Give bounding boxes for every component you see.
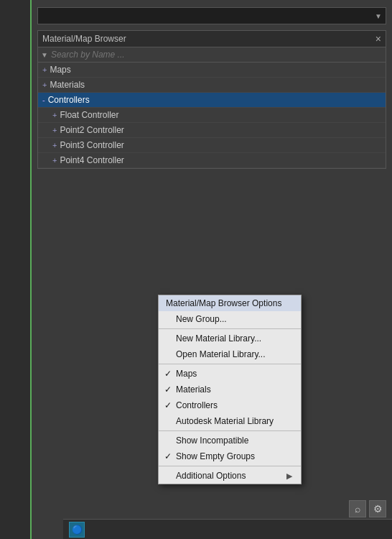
tree-label-point2-controller: Point2 Controller <box>60 125 123 135</box>
bottom-bar: ⌕ ⚙ <box>349 500 386 517</box>
ctx-item-open-material-library[interactable]: Open Material Library... <box>159 346 301 362</box>
tree-label-point3-controller: Point3 Controller <box>60 140 123 150</box>
ctx-item-materials[interactable]: ✓Materials <box>159 382 301 397</box>
ctx-label-autodesk-material-library: Autodesk Material Library <box>176 416 274 426</box>
ctx-item-maps[interactable]: ✓Maps <box>159 366 301 382</box>
ctx-label-new-group: New Group... <box>176 314 227 324</box>
ctx-arrow-additional-options: ▶ <box>286 471 292 481</box>
search-triangle-icon: ▼ <box>41 51 48 59</box>
browser-title: Material/Map Browser <box>42 34 126 44</box>
tree-item-float-controller[interactable]: + Float Controller <box>38 108 386 123</box>
tree-item-maps[interactable]: + Maps <box>38 63 386 78</box>
tree-prefix-float-controller: + <box>52 111 57 119</box>
ctx-item-browser-options[interactable]: Material/Map Browser Options <box>159 295 301 311</box>
ctx-item-controllers[interactable]: ✓Controllers <box>159 397 301 413</box>
tree-item-point2-controller[interactable]: + Point2 Controller <box>38 123 386 138</box>
tree-label-float-controller: Float Controller <box>60 110 118 120</box>
ctx-item-new-group[interactable]: New Group... <box>159 311 301 327</box>
status-bar: 🔵 <box>63 519 392 539</box>
ctx-item-additional-options[interactable]: Additional Options▶ <box>159 468 301 484</box>
ctx-separator-sep3 <box>159 430 301 431</box>
ctx-separator-sep1 <box>159 328 301 329</box>
browser-header: Material/Map Browser × <box>38 31 386 47</box>
ctx-label-show-incompatible: Show Incompatible <box>176 436 248 446</box>
status-icon[interactable]: 🔵 <box>69 522 85 538</box>
ctx-label-show-empty-groups: Show Empty Groups <box>176 451 255 461</box>
ctx-label-additional-options: Additional Options <box>176 471 246 481</box>
browser-close-button[interactable]: × <box>375 34 381 44</box>
ctx-check-show-empty-groups: ✓ <box>164 451 172 461</box>
ctx-label-controllers: Controllers <box>176 400 218 410</box>
ctx-item-autodesk-material-library[interactable]: Autodesk Material Library <box>159 413 301 429</box>
ctx-label-materials: Materials <box>176 384 211 395</box>
ctx-separator-sep4 <box>159 466 301 466</box>
search-input[interactable] <box>51 50 383 60</box>
binoculars-icon[interactable]: ⌕ <box>349 500 366 517</box>
tree-item-point3-controller[interactable]: + Point3 Controller <box>38 138 386 153</box>
ctx-item-show-empty-groups[interactable]: ✓Show Empty Groups <box>159 448 301 464</box>
search-bar: ▼ <box>38 47 386 63</box>
tree-prefix-point3-controller: + <box>52 141 57 149</box>
scene-dropdown[interactable] <box>37 7 386 24</box>
top-dropdown-wrapper: ▼ <box>32 0 392 30</box>
ctx-check-maps: ✓ <box>164 369 172 379</box>
tree-prefix-materials: + <box>42 80 47 89</box>
tree-prefix-maps: + <box>42 65 47 74</box>
tree-prefix-point4-controller: + <box>52 156 57 165</box>
browser-panel: Material/Map Browser × ▼ + Maps+ Materia… <box>37 30 386 169</box>
tree-prefix-controllers: - <box>42 96 45 104</box>
tree-container: + Maps+ Materials- Controllers+ Float Co… <box>38 63 386 168</box>
ctx-label-new-material-library: New Material Library... <box>176 333 261 344</box>
tree-item-controllers[interactable]: - Controllers <box>38 93 386 108</box>
ctx-label-browser-options: Material/Map Browser Options <box>166 298 281 308</box>
ctx-separator-sep2 <box>159 364 301 364</box>
ctx-check-materials: ✓ <box>164 384 172 395</box>
settings-icon[interactable]: ⚙ <box>369 500 386 517</box>
tree-label-controllers: Controllers <box>48 95 90 105</box>
ctx-check-controllers: ✓ <box>164 400 172 410</box>
ctx-item-show-incompatible[interactable]: Show Incompatible <box>159 433 301 448</box>
tree-label-maps: Maps <box>50 65 70 75</box>
ctx-label-open-material-library: Open Material Library... <box>176 349 266 359</box>
left-sidebar <box>0 0 32 539</box>
ctx-item-new-material-library[interactable]: New Material Library... <box>159 331 301 346</box>
tree-prefix-point2-controller: + <box>52 126 57 134</box>
tree-item-materials[interactable]: + Materials <box>38 78 386 93</box>
tree-label-point4-controller: Point4 Controller <box>60 155 123 165</box>
ctx-label-maps: Maps <box>176 369 197 379</box>
context-menu: Material/Map Browser OptionsNew Group...… <box>158 295 302 484</box>
tree-item-point4-controller[interactable]: + Point4 Controller <box>38 153 386 168</box>
tree-label-materials: Materials <box>50 80 85 90</box>
dropdown-container: ▼ <box>37 7 386 24</box>
